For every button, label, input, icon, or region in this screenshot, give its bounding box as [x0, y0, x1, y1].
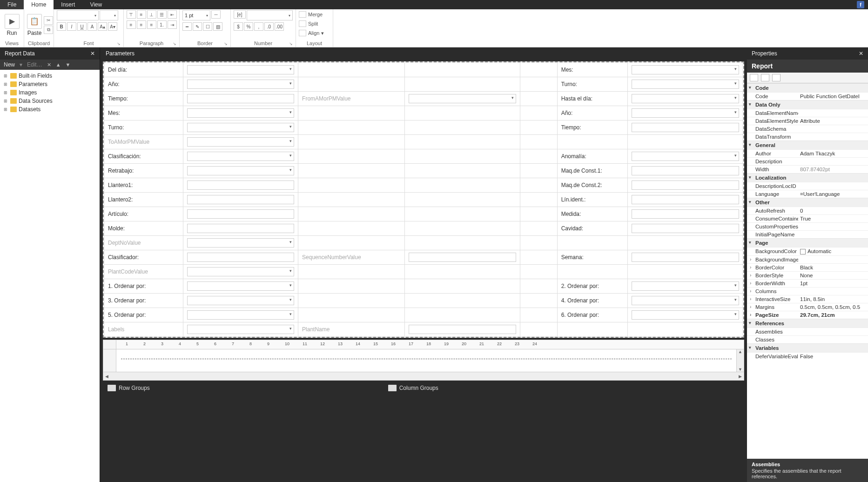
property-value[interactable] [798, 133, 868, 141]
italic-button[interactable]: I [67, 22, 76, 31]
property-row[interactable]: CodePublic Function GetDateI [747, 92, 868, 100]
property-value[interactable]: Public Function GetDateI [798, 93, 868, 100]
property-row[interactable]: Width807.87402pt [747, 165, 868, 173]
tree-item[interactable]: ⊞Datasets [0, 105, 100, 114]
property-row[interactable]: Classes [747, 335, 868, 343]
dedent-button[interactable]: ⇤ [168, 10, 177, 19]
param-field[interactable] [183, 265, 298, 279]
property-row[interactable]: BorderColorBlack [747, 263, 868, 271]
property-category[interactable]: Code [747, 83, 868, 92]
param-field[interactable] [183, 135, 298, 149]
property-row[interactable]: BackgroundColorAutomatic [747, 247, 868, 255]
property-grid[interactable]: CodeCodePublic Function GetDateIData Onl… [747, 83, 868, 459]
param-field[interactable] [628, 106, 743, 120]
column-groups-button[interactable]: Column Groups [381, 385, 446, 391]
property-row[interactable]: Assemblies [747, 328, 868, 335]
param-field[interactable] [183, 322, 298, 337]
property-value[interactable]: 0.5cm, 0.5cm, 0.5cm, 0.5 [798, 303, 868, 311]
property-row[interactable]: Margins0.5cm, 0.5cm, 0.5cm, 0.5 [747, 303, 868, 311]
bold-button[interactable]: B [57, 22, 66, 31]
copy-button[interactable]: ⧉ [44, 26, 53, 34]
paragraph-dialog-icon[interactable]: ↘ [173, 41, 176, 46]
property-value[interactable]: 11in, 8.5in [798, 295, 868, 303]
expand-icon[interactable]: ⊞ [4, 99, 8, 103]
tree-item[interactable]: ⊞Data Sources [0, 97, 100, 105]
grow-font-button[interactable]: A▴ [98, 22, 107, 31]
border-presets-button[interactable]: ☐ [203, 22, 212, 31]
font-size-combo[interactable]: ▾ [100, 10, 118, 20]
param-field[interactable] [183, 221, 298, 236]
font-dialog-icon[interactable]: ↘ [117, 41, 121, 46]
border-dialog-icon[interactable]: ↘ [224, 41, 228, 46]
property-value[interactable] [798, 182, 868, 190]
param-field[interactable] [183, 63, 298, 77]
paste-button[interactable]: 📋Paste [27, 12, 42, 39]
param-field[interactable] [183, 193, 298, 207]
currency-button[interactable]: $ [234, 22, 243, 31]
property-value[interactable] [798, 223, 868, 230]
property-value[interactable] [798, 125, 868, 133]
property-category[interactable]: Data Only [747, 100, 868, 109]
vertical-scrollbar[interactable]: ▲▼ [736, 349, 744, 372]
property-row[interactable]: PageSize29.7cm, 21cm [747, 311, 868, 319]
tree-item[interactable]: ⊞Parameters [0, 80, 100, 88]
param-field[interactable] [628, 207, 743, 221]
param-field[interactable] [628, 63, 743, 77]
param-field[interactable] [405, 322, 520, 337]
tree-item[interactable]: ⊞Built-in Fields [0, 72, 100, 80]
inc-decimal-button[interactable]: .0 [264, 22, 274, 31]
fill-color-button[interactable]: ▧ [213, 22, 222, 31]
font-color-button[interactable]: A [87, 22, 97, 31]
run-button[interactable]: ▶Run [3, 12, 21, 39]
property-category[interactable]: Localization [747, 173, 868, 182]
property-category[interactable]: Other [747, 198, 868, 207]
property-row[interactable]: DataElementStyleAttribute [747, 117, 868, 125]
property-row[interactable]: AuthorAdam Tkaczyk [747, 149, 868, 157]
new-button[interactable]: New [4, 61, 15, 68]
cut-button[interactable]: ✂ [44, 16, 53, 25]
tab-view[interactable]: View [82, 0, 109, 9]
number-format-combo[interactable]: ▾ [247, 10, 293, 20]
close-icon[interactable]: ✕ [859, 50, 863, 57]
property-value[interactable] [798, 328, 868, 335]
align-left-button[interactable]: ≡ [127, 20, 136, 29]
merge-button[interactable]: Merge [299, 10, 323, 19]
param-field[interactable] [628, 193, 743, 207]
property-row[interactable]: BorderStyleNone [747, 271, 868, 279]
property-value[interactable] [798, 231, 868, 238]
report-data-tree[interactable]: ⊞Built-in Fields⊞Parameters⊞Images⊞Data … [0, 70, 100, 482]
property-row[interactable]: DescriptionLocID [747, 182, 868, 190]
edit-button[interactable]: Edit… [27, 61, 42, 68]
property-value[interactable]: =User!Language [798, 190, 868, 198]
property-category[interactable]: General [747, 141, 868, 149]
param-field[interactable] [628, 164, 743, 178]
categorized-button[interactable] [750, 74, 758, 81]
move-down-icon[interactable]: ▼ [66, 62, 71, 67]
indent-button[interactable]: ⇥ [168, 20, 177, 29]
property-value[interactable] [798, 336, 868, 343]
param-field[interactable] [628, 120, 743, 135]
property-value[interactable]: Black [798, 264, 868, 271]
property-row[interactable]: DataTransform [747, 133, 868, 141]
dec-decimal-button[interactable]: .00 [275, 22, 284, 31]
property-pages-button[interactable] [772, 74, 781, 81]
align-right-button[interactable]: ≡ [147, 20, 156, 29]
property-row[interactable]: CustomProperties [747, 222, 868, 230]
param-field[interactable] [405, 250, 520, 265]
shrink-font-button[interactable]: A▾ [108, 22, 117, 31]
property-value[interactable] [798, 288, 868, 295]
param-field[interactable] [628, 178, 743, 193]
property-value[interactable]: Automatic [798, 248, 868, 255]
align-center-button[interactable]: ≡ [137, 20, 146, 29]
param-field[interactable] [628, 279, 743, 294]
expand-icon[interactable]: ⊞ [4, 90, 8, 95]
number-dialog-icon[interactable]: ↘ [289, 41, 293, 46]
param-field[interactable] [183, 294, 298, 308]
close-icon[interactable]: ✕ [90, 50, 95, 57]
property-value[interactable]: False [798, 353, 868, 360]
property-value[interactable] [798, 158, 868, 165]
property-row[interactable]: DeferVariableEvaluatiFalse [747, 352, 868, 360]
param-field[interactable] [183, 106, 298, 120]
property-row[interactable]: InitialPageName [747, 230, 868, 238]
expand-icon[interactable]: ⊞ [4, 107, 8, 112]
